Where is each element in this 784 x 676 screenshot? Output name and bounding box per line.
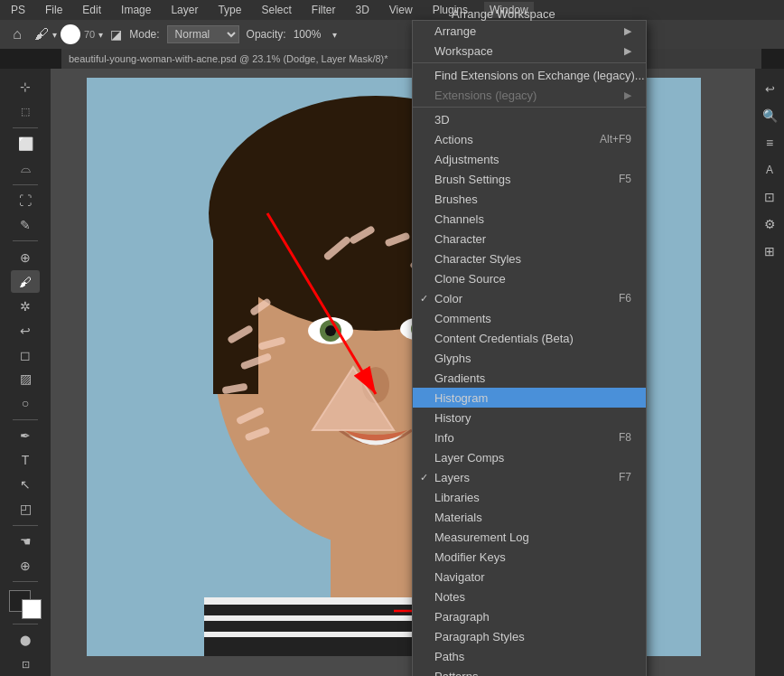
menu-item-modifier_keys[interactable]: Modifier Keys: [413, 547, 646, 567]
canvas-area: [51, 69, 755, 676]
menu-item-histogram[interactable]: Histogram: [413, 388, 646, 408]
menu-item-color[interactable]: ✓ColorF6: [413, 288, 646, 308]
menu-item-materials[interactable]: Materials: [413, 507, 646, 527]
menu-item-patterns[interactable]: Patterns: [413, 666, 646, 676]
menu-item-gradients[interactable]: Gradients: [413, 368, 646, 388]
eyedropper-tool[interactable]: ✎: [11, 213, 40, 236]
menu-item-navigator[interactable]: Navigator: [413, 567, 646, 587]
background-color[interactable]: [22, 599, 42, 619]
panel-btn-4[interactable]: A: [757, 157, 782, 183]
menu-3d[interactable]: 3D: [351, 2, 372, 18]
menu-item-paragraph[interactable]: Paragraph: [413, 606, 646, 626]
menu-label-modifier_keys: Modifier Keys: [434, 550, 506, 564]
menu-item-layers[interactable]: ✓LayersF7: [413, 467, 646, 487]
menu-label-history: History: [434, 411, 471, 425]
screen-mode-tool[interactable]: ⊡: [11, 653, 40, 676]
menu-label-actions: Actions: [434, 133, 473, 146]
menu-item-character[interactable]: Character: [413, 229, 646, 249]
left-toolbar: ⊹ ⬚ ⬜ ⌓ ⛶ ✎ ⊕ 🖌 ✲ ↩ ◻ ▨ ○ ✒ T ↖ ◰ ☚ ⊕ ⬤ …: [0, 69, 51, 676]
brush-icon[interactable]: 🖌: [34, 26, 49, 42]
history-brush-tool[interactable]: ↩: [11, 319, 40, 342]
brush-shape-icon[interactable]: ◪: [110, 27, 122, 42]
menu-label-paragraph: Paragraph: [434, 610, 490, 624]
extensions-legacy-menu-item[interactable]: Extensions (legacy) ▶: [413, 85, 646, 105]
lasso-tool[interactable]: ⌓: [11, 157, 40, 180]
menu-window[interactable]: Window: [484, 2, 534, 18]
menu-file[interactable]: File: [42, 2, 66, 18]
menu-label-layers: Layers: [434, 471, 470, 484]
opacity-dropdown[interactable]: ▾: [332, 30, 337, 40]
find-extensions-menu-item[interactable]: Find Extensions on Exchange (legacy)...: [413, 65, 646, 85]
eraser-tool[interactable]: ◻: [11, 343, 40, 366]
mode-label: Mode:: [129, 28, 159, 41]
menu-item-history[interactable]: History: [413, 408, 646, 427]
brush-dropdown-icon[interactable]: ▾: [52, 30, 57, 40]
menu-item-brush_settings[interactable]: Brush SettingsF5: [413, 169, 646, 189]
toolbar-separator-5: [13, 525, 38, 526]
artboard-tool[interactable]: ⬚: [11, 100, 40, 123]
menu-item-content_credentials[interactable]: Content Credentials (Beta): [413, 328, 646, 348]
menu-item-comments[interactable]: Comments: [413, 308, 646, 328]
hand-tool[interactable]: ☚: [11, 530, 40, 552]
menu-type[interactable]: Type: [214, 2, 245, 18]
spot-healing-tool[interactable]: ⊕: [11, 246, 40, 268]
menu-ps[interactable]: PS: [7, 2, 29, 18]
pen-tool[interactable]: ✒: [11, 425, 40, 447]
search-btn[interactable]: 🔍: [757, 103, 782, 128]
menu-label-histogram: Histogram: [434, 391, 488, 405]
menu-label-brush_settings: Brush Settings: [434, 173, 511, 186]
menu-layer[interactable]: Layer: [167, 2, 201, 18]
shape-tool[interactable]: ◰: [11, 498, 40, 521]
arrange-menu-item[interactable]: Arrange ▶: [413, 21, 646, 41]
menu-item-measurement_log[interactable]: Measurement Log: [413, 527, 646, 547]
menu-item-layer_comps[interactable]: Layer Comps: [413, 447, 646, 467]
zoom-tool[interactable]: ⊕: [11, 554, 40, 577]
panel-btn-5[interactable]: ⊡: [757, 184, 782, 210]
gradient-tool[interactable]: ▨: [11, 368, 40, 390]
color-swatches[interactable]: [9, 590, 42, 619]
menu-item-notes[interactable]: Notes: [413, 587, 646, 606]
marquee-tool[interactable]: ⬜: [11, 133, 40, 155]
menu-item-libraries[interactable]: Libraries: [413, 487, 646, 507]
menu-item-glyphs[interactable]: Glyphs: [413, 348, 646, 368]
crop-tool[interactable]: ⛶: [11, 190, 40, 212]
menu-edit[interactable]: Edit: [79, 2, 105, 18]
panel-btn-7[interactable]: ⊞: [757, 239, 782, 264]
move-tool[interactable]: ⊹: [11, 76, 40, 99]
menu-item-info[interactable]: InfoF8: [413, 427, 646, 447]
toolbar-separator-1: [13, 127, 38, 128]
menu-item-paragraph_styles[interactable]: Paragraph Styles: [413, 626, 646, 646]
menu-filter[interactable]: Filter: [308, 2, 340, 18]
workspace-menu-item[interactable]: Workspace ▶: [413, 41, 646, 61]
menu-item-character_styles[interactable]: Character Styles: [413, 249, 646, 268]
dodge-tool[interactable]: ○: [11, 392, 40, 415]
menu-image[interactable]: Image: [117, 2, 154, 18]
menu-item-actions[interactable]: ActionsAlt+F9: [413, 129, 646, 149]
menu-label-adjustments: Adjustments: [434, 153, 499, 166]
menu-label-navigator: Navigator: [434, 570, 485, 584]
menu-item-adjustments[interactable]: Adjustments: [413, 149, 646, 169]
menu-label-notes: Notes: [434, 590, 465, 604]
menu-item-paths[interactable]: Paths: [413, 646, 646, 666]
brush-size-dropdown[interactable]: ▾: [98, 30, 103, 40]
menu-item-clone_source[interactable]: Clone Source: [413, 268, 646, 288]
menu-label-materials: Materials: [434, 511, 482, 524]
brush-tool[interactable]: 🖌: [11, 270, 40, 293]
text-tool[interactable]: T: [11, 449, 40, 472]
clone-stamp-tool[interactable]: ✲: [11, 295, 40, 317]
menu-item-channels[interactable]: Channels: [413, 209, 646, 229]
path-selection-tool[interactable]: ↖: [11, 474, 40, 496]
panel-btn-3[interactable]: ≡: [757, 130, 782, 155]
menu-view[interactable]: View: [386, 2, 416, 18]
menu-item-brushes[interactable]: Brushes: [413, 189, 646, 209]
menu-select[interactable]: Select: [257, 2, 294, 18]
quick-mask-tool[interactable]: ⬤: [11, 629, 40, 652]
mode-dropdown[interactable]: Normal: [167, 25, 239, 43]
panel-btn-6[interactable]: ⚙: [757, 211, 782, 237]
home-icon[interactable]: ⌂: [7, 24, 27, 44]
menu-item-3d[interactable]: 3D: [413, 109, 646, 129]
history-panel-btn[interactable]: ↩: [757, 76, 782, 101]
menu-plugins[interactable]: Plugins: [429, 2, 471, 18]
opacity-label: Opacity:: [247, 28, 286, 41]
menu-label-brushes: Brushes: [434, 192, 478, 206]
